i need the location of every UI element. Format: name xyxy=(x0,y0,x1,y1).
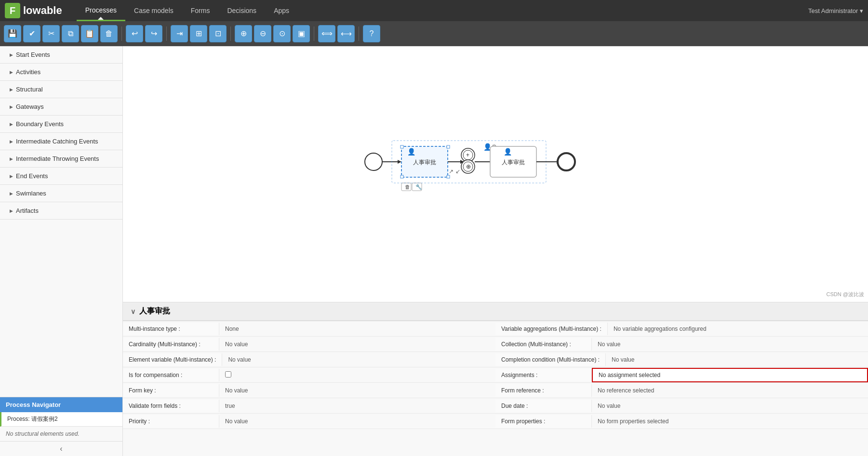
prop-row: Cardinality (Multi-instance) :No value xyxy=(123,337,495,352)
save-button[interactable]: 💾 xyxy=(4,25,21,42)
prop-label: Element variable (Multi-instance) : xyxy=(123,353,222,366)
sidebar-label-gateways: Gateways xyxy=(0,98,122,115)
svg-marker-2 xyxy=(398,160,401,164)
prop-label: Form key : xyxy=(123,384,219,397)
prop-value-highlighted[interactable]: No assignment selected xyxy=(592,368,868,382)
watermark: CSDN @波比波 xyxy=(827,291,864,298)
prop-label: Multi-instance type : xyxy=(123,323,219,335)
prop-value: No value xyxy=(592,400,868,412)
sidebar-item-intermediate-throwing-events[interactable]: Intermediate Throwing Events xyxy=(0,150,122,168)
paste-button[interactable]: 📋 xyxy=(81,25,98,42)
process-item[interactable]: Process: 请假案例2 xyxy=(0,412,122,427)
copy-button[interactable]: ⧉ xyxy=(62,25,79,42)
prop-label: Cardinality (Multi-instance) : xyxy=(123,338,219,351)
properties-panel: ∨ 人事审批 Multi-instance type :NoneCardinal… xyxy=(123,302,868,456)
canvas[interactable]: 👤 人事审批 🗑 🔧 + xyxy=(123,46,868,302)
prop-row: Completion condition (Multi-instance) :N… xyxy=(495,352,868,367)
svg-text:👤: 👤 xyxy=(407,148,416,156)
zoom-actual-button[interactable]: ▣ xyxy=(293,25,310,42)
sidebar-item-structural[interactable]: Structural xyxy=(0,81,122,98)
prop-label: Collection (Multi-instance) : xyxy=(495,338,592,351)
prop-row: Form reference :No reference selected xyxy=(495,383,868,398)
nav-item-case-models[interactable]: Case models xyxy=(125,0,182,21)
sidebar-label-swimlanes: Swimlanes xyxy=(0,185,122,202)
prop-label: Form properties : xyxy=(495,415,592,428)
nav-item-processes[interactable]: Processes xyxy=(77,0,125,21)
validate-button[interactable]: ✔ xyxy=(23,25,40,42)
help-button[interactable]: ? xyxy=(363,25,380,42)
prop-row: Priority :No value xyxy=(123,414,495,429)
main-layout: Start EventsActivitiesStructuralGateways… xyxy=(0,46,868,456)
zoom-in-button[interactable]: ⊕ xyxy=(235,25,252,42)
delete-button[interactable]: 🗑 xyxy=(100,25,118,42)
sidebar-label-boundary-events: Boundary Events xyxy=(0,116,122,132)
user-menu[interactable]: Test Administrator ▾ xyxy=(808,7,863,14)
sidebar-item-start-events[interactable]: Start Events xyxy=(0,46,122,64)
redo-button[interactable]: ↪ xyxy=(145,25,162,42)
svg-text:人事审批: 人事审批 xyxy=(502,159,525,166)
svg-marker-15 xyxy=(460,160,464,164)
prop-value: No value xyxy=(592,338,868,351)
zoom-out-button[interactable]: ⊖ xyxy=(254,25,271,42)
process-nav-info: No structural elements used. xyxy=(0,427,122,441)
properties-grid: Multi-instance type :NoneCardinality (Mu… xyxy=(123,321,868,429)
properties-title: 人事审批 xyxy=(139,306,170,316)
svg-text:人事审批: 人事审批 xyxy=(413,159,436,166)
prop-row: Collection (Multi-instance) :No value xyxy=(495,337,868,352)
svg-point-19 xyxy=(461,160,475,173)
sidebar-item-activities[interactable]: Activities xyxy=(0,64,122,81)
collapse-arrow-icon[interactable]: ∨ xyxy=(131,308,135,315)
import-button[interactable]: ⇥ xyxy=(171,25,188,42)
svg-text:+: + xyxy=(466,152,469,158)
prop-value: true xyxy=(219,400,495,412)
sidebar-label-intermediate-throwing-events: Intermediate Throwing Events xyxy=(0,150,122,167)
sidebar-label-activities: Activities xyxy=(0,64,122,80)
toolbar: 💾✔✂⧉📋🗑↩↪⇥⊞⊡⊕⊖⊙▣⟺⟷? xyxy=(0,21,868,46)
svg-text:⊕: ⊕ xyxy=(466,163,471,170)
prop-row: Multi-instance type :None xyxy=(123,321,495,337)
prop-row: Is for compensation : xyxy=(123,367,495,383)
sidebar-item-end-events[interactable]: End Events xyxy=(0,168,122,185)
sidebar-item-boundary-events[interactable]: Boundary Events xyxy=(0,116,122,133)
svg-marker-33 xyxy=(557,160,561,164)
prop-row: Form properties :No form properties sele… xyxy=(495,414,868,429)
sidebar-item-artifacts[interactable]: Artifacts xyxy=(0,202,122,220)
prop-label: Variable aggregations (Multi-instance) : xyxy=(495,323,608,335)
nav-item-decisions[interactable]: Decisions xyxy=(218,0,265,21)
layout-h-button[interactable]: ⟺ xyxy=(318,25,335,42)
prop-row: Validate form fields :true xyxy=(123,398,495,414)
process-navigator: Process Navigator Process: 请假案例2 No stru… xyxy=(0,397,122,456)
canvas-area: 👤 人事审批 🗑 🔧 + xyxy=(123,46,868,456)
snap-button[interactable]: ⊡ xyxy=(209,25,227,42)
grid-button[interactable]: ⊞ xyxy=(190,25,207,42)
prop-value[interactable] xyxy=(219,368,495,382)
undo-button[interactable]: ↩ xyxy=(126,25,143,42)
prop-value: No value xyxy=(219,338,495,351)
prop-row: Assignments :No assignment selected xyxy=(495,367,868,383)
cut-button[interactable]: ✂ xyxy=(42,25,60,42)
logo-icon: F xyxy=(5,3,20,18)
top-navigation: F lowable ProcessesCase modelsFormsDecis… xyxy=(0,0,868,21)
prop-value: None xyxy=(219,323,495,335)
prop-label: Is for compensation : xyxy=(123,369,219,381)
toolbar-separator xyxy=(121,26,122,41)
sidebar-item-gateways[interactable]: Gateways xyxy=(0,98,122,116)
zoom-fit-button[interactable]: ⊙ xyxy=(273,25,291,42)
sidebar-label-artifacts: Artifacts xyxy=(0,202,122,219)
sidebar-item-intermediate-catching-events[interactable]: Intermediate Catching Events xyxy=(0,133,122,150)
process-navigator-header: Process Navigator xyxy=(0,397,122,412)
prop-value: No value xyxy=(606,353,868,366)
prop-checkbox[interactable] xyxy=(225,371,231,378)
sidebar-item-swimlanes[interactable]: Swimlanes xyxy=(0,185,122,202)
logo[interactable]: F lowable xyxy=(5,3,62,18)
collapse-button[interactable]: ‹ xyxy=(0,441,122,456)
prop-column-left: Multi-instance type :NoneCardinality (Mu… xyxy=(123,321,495,429)
prop-label: Assignments : xyxy=(495,369,592,381)
svg-rect-31 xyxy=(392,141,546,183)
prop-column-right: Variable aggregations (Multi-instance) :… xyxy=(495,321,868,429)
sidebar: Start EventsActivitiesStructuralGateways… xyxy=(0,46,123,456)
layout-v-button[interactable]: ⟷ xyxy=(337,25,355,42)
nav-item-apps[interactable]: Apps xyxy=(265,0,298,21)
sidebar-label-end-events: End Events xyxy=(0,168,122,184)
nav-item-forms[interactable]: Forms xyxy=(182,0,219,21)
